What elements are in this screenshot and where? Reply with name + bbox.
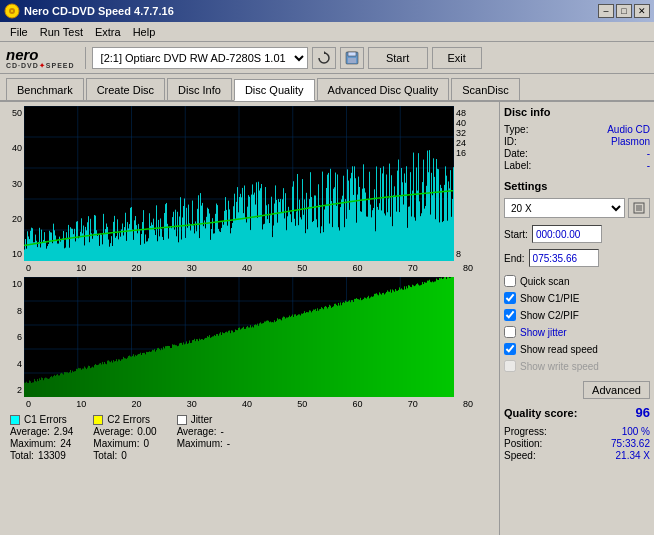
- y-right-32: 32: [456, 128, 472, 138]
- tab-advanced-disc-quality[interactable]: Advanced Disc Quality: [317, 78, 450, 100]
- c2-total-label: Total:: [93, 450, 117, 461]
- show-jitter-checkbox[interactable]: [504, 326, 516, 338]
- y-bot-2: 2: [6, 385, 22, 395]
- jitter-avg-label: Average:: [177, 426, 217, 437]
- bottom-chart: [24, 277, 454, 397]
- tab-bar: Benchmark Create Disc Disc Info Disc Qua…: [0, 74, 654, 102]
- jitter-max-label: Maximum:: [177, 438, 223, 449]
- stats-bar: C1 Errors Average: 2.94 Maximum: 24 Tota…: [4, 411, 495, 464]
- start-time-label: Start:: [504, 229, 528, 240]
- y-top-20: 20: [6, 214, 22, 224]
- id-value: Plasmon: [611, 136, 650, 147]
- quality-score-row: Quality score: 96: [504, 405, 650, 420]
- minimize-button[interactable]: –: [598, 4, 614, 18]
- drive-select[interactable]: [2:1] Optiarc DVD RW AD-7280S 1.01: [92, 47, 308, 69]
- y-bot-4: 4: [6, 359, 22, 369]
- exit-button[interactable]: Exit: [432, 47, 482, 69]
- show-c2-checkbox[interactable]: [504, 309, 516, 321]
- top-chart: [24, 106, 454, 261]
- menu-bar: File Run Test Extra Help: [0, 22, 654, 42]
- settings-title: Settings: [504, 180, 650, 192]
- c1-total-value: 13309: [38, 450, 66, 461]
- c1-avg-label: Average:: [10, 426, 50, 437]
- svg-rect-6: [348, 58, 356, 63]
- title-bar: Nero CD-DVD Speed 4.7.7.16 – □ ✕: [0, 0, 654, 22]
- show-read-label: Show read speed: [520, 344, 598, 355]
- label-value: -: [647, 160, 650, 171]
- c1-color-box: [10, 415, 20, 425]
- menu-extra[interactable]: Extra: [89, 24, 127, 40]
- y-right-8: 8: [456, 249, 472, 259]
- start-button[interactable]: Start: [368, 47, 428, 69]
- start-time-input[interactable]: [532, 225, 602, 243]
- save-button[interactable]: [340, 47, 364, 69]
- y-right-40: 40: [456, 118, 472, 128]
- c2-label: C2 Errors: [107, 414, 150, 425]
- c2-max-label: Maximum:: [93, 438, 139, 449]
- c2-color-box: [93, 415, 103, 425]
- y-right-24: 24: [456, 138, 472, 148]
- main-content: 50 40 30 20 10 48 40 32 24 16 8 0 10 20 …: [0, 102, 654, 535]
- speed-select[interactable]: 20 X: [504, 198, 625, 218]
- y-top-40: 40: [6, 143, 22, 153]
- c2-avg-label: Average:: [93, 426, 133, 437]
- close-button[interactable]: ✕: [634, 4, 650, 18]
- speed-value: 21.34 X: [616, 450, 650, 461]
- maximize-button[interactable]: □: [616, 4, 632, 18]
- id-label: ID:: [504, 136, 517, 147]
- c1-max-value: 24: [60, 438, 71, 449]
- y-bot-10: 10: [6, 279, 22, 289]
- tab-create-disc[interactable]: Create Disc: [86, 78, 165, 100]
- y-top-10: 10: [6, 249, 22, 259]
- position-value: 75:33.62: [611, 438, 650, 449]
- speed-label: Speed:: [504, 450, 536, 461]
- c1-total-label: Total:: [10, 450, 34, 461]
- tab-benchmark[interactable]: Benchmark: [6, 78, 84, 100]
- c1-max-label: Maximum:: [10, 438, 56, 449]
- tab-scan-disc[interactable]: ScanDisc: [451, 78, 519, 100]
- quality-score-label: Quality score:: [504, 407, 577, 419]
- advanced-button[interactable]: Advanced: [583, 381, 650, 399]
- show-c1-checkbox[interactable]: [504, 292, 516, 304]
- end-time-label: End:: [504, 253, 525, 264]
- disc-info-title: Disc info: [504, 106, 650, 118]
- progress-label: Progress:: [504, 426, 547, 437]
- progress-value: 100 %: [622, 426, 650, 437]
- tab-disc-info[interactable]: Disc Info: [167, 78, 232, 100]
- c1-label: C1 Errors: [24, 414, 67, 425]
- c1-avg-value: 2.94: [54, 426, 73, 437]
- c2-max-value: 0: [143, 438, 149, 449]
- jitter-avg-value: -: [220, 426, 223, 437]
- show-read-speed-checkbox[interactable]: [504, 343, 516, 355]
- show-write-speed-checkbox[interactable]: [504, 360, 516, 372]
- tab-disc-quality[interactable]: Disc Quality: [234, 79, 315, 101]
- quality-score-value: 96: [636, 405, 650, 420]
- refresh-button[interactable]: [312, 47, 336, 69]
- y-right-48: 48: [456, 108, 472, 118]
- c1-stats: C1 Errors Average: 2.94 Maximum: 24 Tota…: [10, 414, 73, 461]
- show-c1-label: Show C1/PIE: [520, 293, 579, 304]
- svg-point-2: [11, 10, 13, 12]
- position-label: Position:: [504, 438, 542, 449]
- quick-scan-checkbox[interactable]: [504, 275, 516, 287]
- c2-stats: C2 Errors Average: 0.00 Maximum: 0 Total…: [93, 414, 156, 461]
- window-title: Nero CD-DVD Speed 4.7.7.16: [24, 5, 174, 17]
- y-bot-6: 6: [6, 332, 22, 342]
- show-jitter-label: Show jitter: [520, 327, 567, 338]
- quick-scan-label: Quick scan: [520, 276, 569, 287]
- jitter-label: Jitter: [191, 414, 213, 425]
- menu-run-test[interactable]: Run Test: [34, 24, 89, 40]
- nero-logo: nero CD·DVD✦SPEED: [6, 47, 75, 69]
- c2-avg-value: 0.00: [137, 426, 156, 437]
- speed-config-button[interactable]: [628, 198, 650, 218]
- y-top-50: 50: [6, 108, 22, 118]
- jitter-color-box: [177, 415, 187, 425]
- end-time-input[interactable]: [529, 249, 599, 267]
- menu-file[interactable]: File: [4, 24, 34, 40]
- svg-rect-5: [348, 52, 356, 56]
- jitter-stats: Jitter Average: - Maximum: -: [177, 414, 230, 461]
- jitter-max-value: -: [227, 438, 230, 449]
- type-label: Type:: [504, 124, 528, 135]
- menu-help[interactable]: Help: [127, 24, 162, 40]
- c2-total-value: 0: [121, 450, 127, 461]
